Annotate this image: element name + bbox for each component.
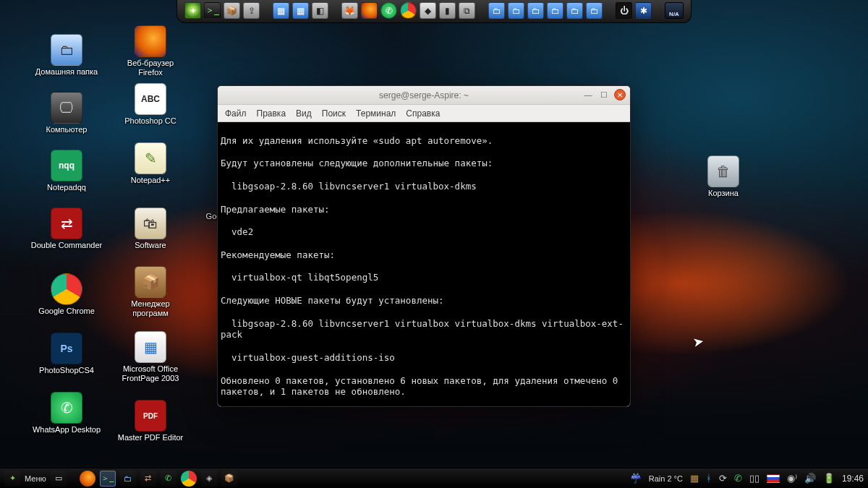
terminal-title: serge@serge-Aspire: ~	[379, 90, 469, 100]
icon-label: Google Chrome	[38, 307, 95, 316]
tray-whatsapp-icon[interactable]: ✆	[734, 473, 742, 484]
window-maximize-button[interactable]: ☐	[598, 89, 610, 100]
icon-master-pdf[interactable]: PDF Master PDF Editor	[114, 400, 187, 442]
menu-view[interactable]: Вид	[296, 108, 312, 119]
bottom-panel: ✦ Меню ▭ ＞_ 🗀 ⇄ ✆ ◈ 📦 ☔ Rain 2 °C ▦ ᚼ ⟳ …	[0, 468, 868, 488]
tray-wifi-icon[interactable]: ◉⁾	[787, 473, 797, 484]
icon-home-folder[interactable]: 🗀 Домашняя папка	[30, 34, 103, 77]
icon-firefox[interactable]: Веб-браузер Firefox	[114, 25, 187, 77]
double-commander-icon: ⇄	[51, 207, 82, 239]
whatsapp-icon: ✆	[51, 392, 82, 424]
terminal-window[interactable]: serge@serge-Aspire: ~ — ☐ ✕ Файл Правка …	[217, 85, 631, 407]
icon-label: Photoshop CC	[124, 116, 176, 126]
terminal-body[interactable]: Для их удаления используйте «sudo apt au…	[218, 122, 630, 406]
icon-package-manager[interactable]: 📦 Менеджер программ	[114, 266, 187, 318]
icon-notepadpp[interactable]: ✎ Notepad++	[114, 142, 187, 185]
icon-double-commander[interactable]: ⇄ Double Commander	[30, 207, 103, 250]
abc-icon: ABC	[135, 83, 166, 115]
system-tray: ☔ Rain 2 °C ▦ ᚼ ⟳ ✆ ▯▯ ◉⁾ 🔊 🔋 19:46	[630, 473, 864, 484]
software-icon: 🛍	[135, 207, 166, 239]
terminal-line: Будут установлены следующие дополнительн…	[221, 158, 493, 168]
photoshopcs4-icon: Ps	[51, 333, 82, 364]
chrome-icon	[51, 273, 82, 305]
terminal-line: Рекомендуемые пакеты:	[221, 249, 335, 260]
icon-label: Домашняя папка	[35, 67, 98, 77]
panel-package-icon[interactable]: 📦	[221, 471, 237, 487]
terminal-line: virtualbox-guest-additions-iso	[221, 352, 395, 363]
panel-menu-label[interactable]: Меню	[25, 474, 46, 483]
icon-computer[interactable]: 🖵 Компьютер	[30, 92, 103, 134]
icon-google-chrome[interactable]: Google Chrome	[30, 273, 103, 316]
terminal-line: libgsoap-2.8.60 libvncserver1 virtualbox…	[221, 181, 477, 192]
terminal-titlebar[interactable]: serge@serge-Aspire: ~ — ☐ ✕	[218, 86, 630, 105]
panel-chrome-icon[interactable]	[181, 471, 197, 487]
menu-terminal[interactable]: Терминал	[356, 108, 396, 119]
panel-whatsapp-icon[interactable]: ✆	[161, 471, 176, 487]
master-pdf-icon: PDF	[135, 400, 166, 432]
notepadqq-icon: nqq	[51, 150, 82, 181]
icon-label: Microsoft Office FrontPage 2003	[114, 364, 187, 383]
tray-volume-icon[interactable]: 🔊	[804, 473, 816, 484]
terminal-line: Обновлено 0 пакетов, установлено 6 новых…	[221, 375, 624, 398]
menu-edit[interactable]: Правка	[257, 108, 286, 119]
tray-workspace-icon[interactable]: ▦	[690, 473, 699, 484]
icon-label: Компьютер	[46, 125, 88, 134]
icon-photoshopcs4[interactable]: Ps PhotoShopCS4	[30, 333, 103, 375]
terminal-line: Предлагаемые пакеты:	[221, 204, 330, 215]
menu-file[interactable]: Файл	[225, 108, 247, 119]
terminal-line: virtualbox-qt libqt5opengl5	[221, 272, 378, 283]
icon-frontpage[interactable]: ▦ Microsoft Office FrontPage 2003	[114, 331, 187, 383]
icon-notepadqq[interactable]: nqq Notepadqq	[30, 150, 103, 192]
icon-label: Notepad++	[131, 176, 170, 185]
package-manager-icon: 📦	[135, 266, 166, 298]
notepadpp-icon: ✎	[135, 142, 166, 174]
panel-shield-icon[interactable]: ◈	[201, 471, 217, 487]
terminal-line: Следующие НОВЫЕ пакеты будут установлены…	[221, 295, 444, 306]
icon-label: Веб-браузер Firefox	[114, 59, 187, 77]
panel-files-icon[interactable]: 🗀	[120, 471, 136, 487]
panel-terminal-icon[interactable]: ＞_	[100, 471, 116, 487]
icon-label: Double Commander	[31, 241, 102, 250]
tray-updates-icon[interactable]: ⟳	[719, 473, 727, 484]
icon-trash[interactable]: 🗑 Корзина	[687, 155, 760, 198]
tray-battery-icon[interactable]: 🔋	[823, 473, 835, 484]
icon-label: WhatsApp Desktop	[33, 425, 101, 435]
panel-mint-icon[interactable]: ✦	[4, 471, 20, 487]
frontpage-icon: ▦	[135, 331, 166, 363]
terminal-line: vde2	[221, 226, 253, 237]
icon-software[interactable]: 🛍 Software	[114, 207, 187, 250]
icon-whatsapp-desktop[interactable]: ✆ WhatsApp Desktop	[30, 392, 103, 435]
tray-weather-icon[interactable]: ☔	[630, 473, 642, 484]
icon-photoshop-cc[interactable]: ABC Photoshop CC	[114, 83, 187, 126]
terminal-line: Для их удаления используйте «sudo apt au…	[221, 135, 493, 146]
icon-label: Software	[135, 241, 166, 250]
icon-label: PhotoShopCS4	[39, 366, 94, 375]
folder-icon: 🗀	[51, 34, 82, 66]
menu-help[interactable]: Справка	[406, 108, 440, 119]
window-minimize-button[interactable]: —	[582, 89, 594, 100]
terminal-line: libgsoap-2.8.60 libvncserver1 virtualbox…	[221, 318, 624, 341]
tray-weather-text[interactable]: Rain 2 °C	[649, 474, 683, 483]
window-close-button[interactable]: ✕	[614, 89, 626, 100]
computer-icon: 🖵	[51, 92, 82, 124]
trash-icon: 🗑	[707, 155, 739, 187]
tray-bluetooth-icon[interactable]: ᚼ	[706, 473, 712, 484]
tray-clock[interactable]: 19:46	[842, 474, 864, 484]
panel-dc-icon[interactable]: ⇄	[140, 471, 156, 487]
terminal-menubar: Файл Правка Вид Поиск Терминал Справка	[218, 105, 630, 122]
icon-label: Master PDF Editor	[118, 433, 183, 442]
icon-label: Корзина	[708, 189, 739, 198]
tray-cpu-icon[interactable]: ▯▯	[749, 473, 760, 484]
icon-label: Менеджер программ	[114, 299, 187, 318]
panel-firefox-icon[interactable]	[80, 471, 95, 487]
menu-search[interactable]: Поиск	[322, 108, 346, 119]
icon-label: Notepadqq	[47, 183, 86, 192]
panel-show-desktop-icon[interactable]: ▭	[51, 471, 67, 487]
firefox-icon	[135, 25, 166, 57]
tray-keyboard-flag-icon[interactable]	[767, 474, 780, 483]
